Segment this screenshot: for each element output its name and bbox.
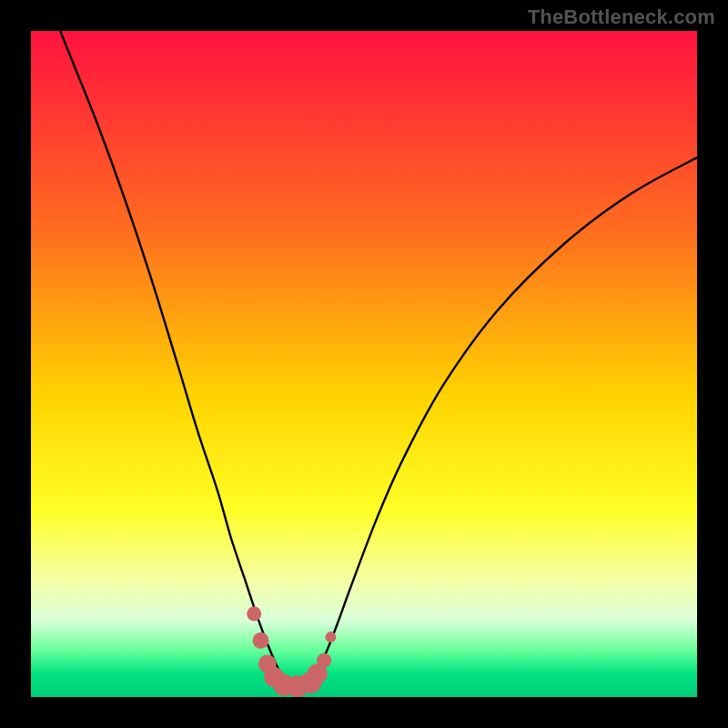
highlight-marker: [247, 607, 261, 622]
highlight-marker: [317, 653, 331, 668]
chart-frame: TheBottleneck.com: [0, 0, 728, 728]
highlight-marker: [253, 632, 269, 649]
chart-svg: [31, 31, 697, 697]
plot-area: [31, 31, 697, 697]
watermark-label: TheBottleneck.com: [528, 5, 715, 29]
gradient-background: [31, 31, 697, 697]
highlight-marker: [325, 632, 336, 642]
